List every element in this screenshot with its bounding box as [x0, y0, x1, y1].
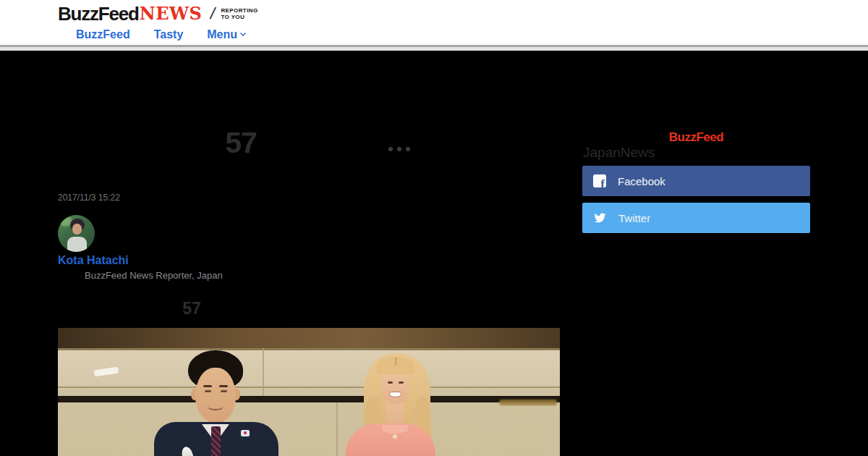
nav-link-tasty-label: Tasty [154, 28, 184, 41]
ivanka-smile [389, 392, 401, 397]
abe-smile [208, 403, 224, 410]
abe-eyebrow [219, 385, 228, 387]
buzzfeed-news-logo[interactable]: BuzzFeed NEWS / REPORTING TO YOU [58, 5, 258, 22]
photo-wall-smudge [499, 400, 557, 405]
nav-link-buzzfeed-label: BuzzFeed [76, 28, 130, 41]
avatar-face [72, 224, 82, 235]
photo-wall-seam [58, 387, 560, 388]
photo-wall-dark-stripe [58, 396, 560, 402]
nav-link-menu[interactable]: Menu [207, 28, 246, 41]
ellipsis-dot-icon [397, 147, 401, 151]
article-photo-abe-ivanka [58, 328, 560, 456]
primary-nav: BuzzFeed Tasty Menu [76, 28, 246, 41]
author-name-link[interactable]: Kota Hatachi [58, 254, 129, 267]
chevron-down-icon [240, 30, 246, 36]
ivanka-eye [399, 381, 404, 384]
logo-news-text: NEWS [140, 5, 203, 22]
photo-wall-top-band [58, 328, 560, 348]
ivanka-dress-collar [382, 425, 408, 434]
abe-eye [221, 390, 227, 392]
abe-face [195, 368, 236, 423]
logo-slash: / [209, 5, 217, 22]
twitter-share-label: Twitter [618, 212, 650, 224]
ivanka-eye [388, 381, 393, 384]
photo-wall-vertical-seam [336, 402, 338, 456]
facebook-share-label: Facebook [618, 175, 665, 187]
abe-tie [211, 426, 221, 456]
author-title: BuzzFeed News Reporter, Japan [85, 270, 223, 281]
photo-wall-vertical-seam [263, 348, 264, 396]
sidebar-buzzfeed-logo[interactable]: BuzzFeed [582, 130, 810, 145]
abe-lapel-pin [241, 430, 250, 436]
photo-wall-shadow-band [58, 389, 560, 396]
logo-tagline: REPORTING TO YOU [221, 5, 258, 20]
share-count-large: 57 [58, 126, 424, 160]
facebook-share-button[interactable]: f Facebook [582, 166, 810, 196]
abe-eye [205, 390, 211, 392]
twitter-icon [593, 212, 607, 224]
more-options-button[interactable] [388, 147, 410, 151]
nav-link-tasty[interactable]: Tasty [154, 28, 184, 41]
facebook-icon: f [593, 174, 606, 187]
ivanka-dress-button [393, 434, 397, 439]
share-count-inline: 57 [58, 299, 326, 318]
logo-buzzfeed-text: BuzzFeed [58, 5, 139, 22]
logo-tagline-line1: REPORTING [221, 7, 258, 14]
logo-tagline-line2: TO YOU [221, 14, 258, 20]
nav-link-menu-label: Menu [207, 28, 237, 41]
abe-eyebrow [203, 385, 212, 387]
twitter-share-button[interactable]: Twitter [582, 203, 810, 233]
article-timestamp: 2017/11/3 15:22 [58, 193, 120, 203]
sidebar-edition-label[interactable]: JapanNews [583, 145, 655, 161]
ellipsis-dot-icon [406, 147, 410, 151]
photo-wall-molding [58, 348, 560, 389]
author-avatar[interactable] [58, 215, 95, 252]
nav-link-buzzfeed[interactable]: BuzzFeed [76, 28, 130, 41]
avatar-shirt [67, 237, 87, 252]
ellipsis-dot-icon [388, 147, 393, 151]
ivanka-hair-part [395, 357, 396, 366]
site-header: BuzzFeed NEWS / REPORTING TO YOU BuzzFee… [0, 0, 868, 47]
facebook-icon-glyph: f [600, 178, 605, 187]
